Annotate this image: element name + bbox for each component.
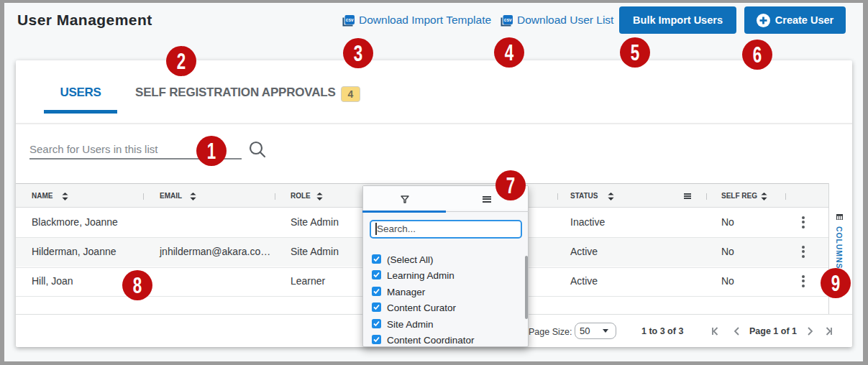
svg-text:csv: csv [346, 17, 354, 22]
svg-text:csv: csv [504, 17, 512, 22]
